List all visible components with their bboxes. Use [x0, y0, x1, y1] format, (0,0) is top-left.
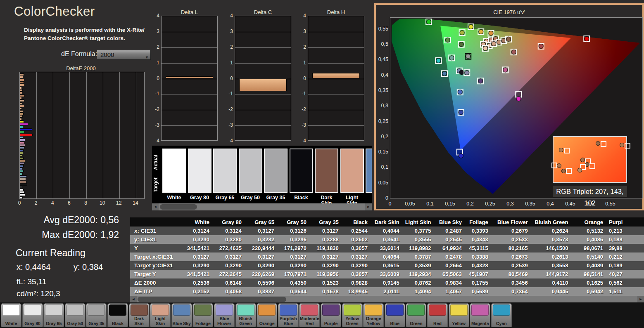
deltae-bar — [20, 121, 24, 123]
scroll-left-icon[interactable]: ◄ — [130, 296, 137, 303]
de-formula-dropdown[interactable]: 2000 ▼ — [97, 50, 151, 60]
cell: 0,3127 — [247, 227, 280, 235]
measured-point — [449, 56, 454, 60]
patch-button-blue-sky[interactable]: Blue Sky — [171, 303, 192, 327]
column-header: Gray 35 — [312, 217, 345, 227]
cell: 65,5063 — [437, 270, 467, 278]
deltae-bar — [20, 87, 21, 89]
swatch-gray-50[interactable] — [239, 149, 262, 193]
patch-button-cyan[interactable]: Cyan — [491, 303, 512, 327]
patch-button-black[interactable]: Black — [107, 303, 128, 327]
cell: 0,3124 — [183, 227, 215, 235]
patch-button-green[interactable]: Green — [406, 303, 426, 327]
deltae-bar — [20, 134, 32, 136]
patch-label: Gray 50 — [65, 321, 85, 326]
de-formula-value: 2000 — [100, 51, 114, 58]
deltae-bar — [20, 118, 21, 120]
scroll-right-icon[interactable]: ► — [365, 203, 372, 210]
gridline — [69, 72, 70, 198]
swatch-gray-65[interactable] — [213, 149, 237, 193]
patch-button-yellow-green[interactable]: Yellow Green — [342, 303, 363, 327]
swatch-scrollbar[interactable]: ◄ ► — [152, 203, 372, 210]
patch-button-gray-80[interactable]: Gray 80 — [22, 303, 43, 327]
patch-button-moderate-red[interactable]: Moderate Red — [299, 303, 320, 327]
swatch-blue[interactable] — [366, 149, 372, 193]
cell: 341,5421 — [183, 244, 215, 252]
y-tick-label: 3 — [150, 28, 159, 34]
patch-button-magenta[interactable]: Magenta — [470, 303, 490, 327]
cell: 0,3539 — [405, 261, 437, 270]
scroll-right-icon[interactable]: ► — [637, 296, 644, 303]
swatch-light-skin[interactable] — [340, 149, 364, 193]
y-tick-label: 4 — [297, 13, 306, 19]
cell: 0,6942 — [574, 287, 609, 296]
patch-color-chip — [365, 304, 382, 316]
cie-y-tick: 0,4 — [376, 72, 388, 78]
cell: 0,189 — [609, 261, 644, 270]
patch-button-foliage[interactable]: Foliage — [192, 303, 213, 327]
deltae-bar — [20, 152, 23, 154]
deltae-bar — [20, 100, 24, 101]
patch-button-white[interactable]: White — [1, 303, 21, 327]
patch-button-red[interactable]: Red — [427, 303, 448, 327]
patch-button-gray-65[interactable]: Gray 65 — [43, 303, 64, 327]
y-tick-label: -4 — [150, 138, 159, 144]
cell: 0,5689 — [468, 287, 494, 296]
patch-button-orange[interactable]: Orange — [257, 303, 277, 327]
cell: 98,0671 — [574, 244, 609, 252]
cell: 171,2970 — [280, 244, 312, 252]
cell: 0,1678 — [312, 287, 345, 296]
swatch-dark-skin[interactable] — [315, 149, 338, 193]
patch-button-yellow[interactable]: Yellow — [449, 303, 469, 327]
patch-label: Magenta — [470, 321, 490, 326]
cell: 0,2624 — [534, 227, 574, 235]
patch-button-purple[interactable]: Purple — [321, 303, 341, 327]
deltae-bar — [20, 74, 24, 76]
inset-measured-point — [561, 169, 566, 173]
patch-label: Orange — [257, 321, 277, 326]
deltae-bar — [20, 92, 22, 94]
delta-plot — [161, 16, 218, 141]
patch-button-dark-skin[interactable]: Dark Skin — [129, 303, 150, 327]
swatch-gray-35[interactable] — [264, 149, 288, 193]
swatch-gray-80[interactable] — [188, 149, 211, 193]
cell: 0,3393 — [468, 227, 494, 235]
cell: 0,3296 — [280, 235, 312, 244]
cell: 0,3127 — [312, 227, 345, 235]
swatch-black[interactable] — [290, 149, 313, 193]
patch-button-blue-flower[interactable]: Blue Flower — [214, 303, 235, 327]
description-line2: Pantone ColorChecker® target colors. — [24, 35, 125, 41]
cie-diagram-panel: CIE 1976 u'v' 00,050,10,150,20,250,30,35… — [374, 3, 644, 210]
table-scrollbar[interactable]: ◄ ► — [130, 296, 644, 303]
patch-button-gray-50[interactable]: Gray 50 — [65, 303, 86, 327]
cie-x-tick: 0,4 — [544, 201, 557, 207]
scroll-thumb[interactable] — [160, 204, 197, 210]
cell: 0,4064 — [373, 252, 405, 261]
deltae-bar — [20, 113, 23, 115]
cell: 0,3558 — [534, 261, 574, 270]
patch-color-chip — [407, 304, 425, 316]
patch-button-purplish-blue[interactable]: Purplish Blue — [278, 303, 299, 327]
deltae-bar — [20, 163, 24, 164]
patch-button-light-skin[interactable]: Light Skin — [150, 303, 171, 327]
table-row: Target y:CIE310,32900,32900,32900,32900,… — [130, 261, 644, 270]
cell: 0,3057 — [345, 244, 373, 252]
swatch-white[interactable] — [162, 149, 186, 193]
gridline — [103, 72, 103, 198]
cie-x-tick: 0,25 — [484, 201, 497, 207]
patch-button-blue[interactable]: Blue — [385, 303, 405, 327]
cie-x-tick: 0,3 — [504, 201, 517, 207]
swatch-label: Gray 65 — [213, 195, 237, 201]
patch-button-orange-yellow[interactable]: Orange Yellow — [363, 303, 384, 327]
cell: 0,3290 — [183, 261, 215, 270]
patch-color-chip — [493, 304, 510, 316]
cell: 0,2602 — [345, 235, 373, 244]
patch-button-gray-35[interactable]: Gray 35 — [86, 303, 107, 327]
scroll-left-icon[interactable]: ◄ — [152, 203, 159, 210]
cell: 0,3127 — [312, 252, 345, 261]
cie-y-tick: 0 — [376, 195, 388, 201]
table-row: x: CIE310,31240,31240,31270,31260,31270,… — [130, 227, 644, 235]
patch-button-bluish-green[interactable]: Bluish Green — [235, 303, 256, 327]
scroll-thumb[interactable] — [138, 297, 286, 302]
deltae-bar — [20, 129, 32, 130]
